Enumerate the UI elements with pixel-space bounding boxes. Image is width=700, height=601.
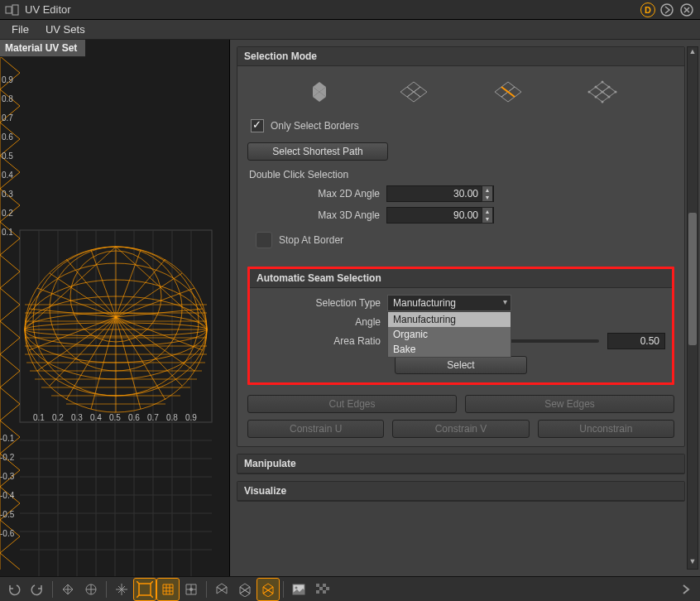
main-split: Material UV Set: [0, 40, 700, 576]
svg-marker-101: [508, 87, 521, 97]
svg-line-43: [91, 250, 116, 317]
svg-text:0.1: 0.1: [33, 413, 45, 422]
max-3d-angle-label: Max 3D Angle: [256, 209, 386, 221]
svg-text:0.5: 0.5: [109, 413, 121, 422]
svg-point-114: [608, 96, 611, 99]
close-button[interactable]: [678, 2, 695, 18]
svg-marker-104: [589, 87, 602, 97]
svg-marker-96: [400, 87, 414, 97]
undo-icon[interactable]: [3, 579, 25, 600]
mode-vertex-icon[interactable]: [586, 79, 619, 104]
svg-marker-106: [596, 92, 609, 102]
max-3d-angle-input[interactable]: [386, 207, 494, 224]
mesh-a-icon[interactable]: [211, 579, 233, 600]
forward-button[interactable]: [659, 2, 675, 18]
manipulate-header[interactable]: Manipulate: [237, 454, 684, 474]
svg-text:0.5: 0.5: [2, 151, 13, 161]
svg-point-107: [602, 81, 604, 84]
svg-marker-126: [263, 584, 273, 590]
svg-rect-1: [12, 5, 18, 15]
selection-mode-header[interactable]: Selection Mode: [237, 47, 684, 66]
area-ratio-value[interactable]: [607, 333, 665, 349]
stop-at-border-label: Stop At Border: [279, 234, 343, 246]
constrain-v-button[interactable]: Constrain V: [392, 420, 529, 438]
double-click-heading: Double Click Selection: [249, 169, 674, 180]
scroll-up-icon[interactable]: ▲: [688, 47, 698, 59]
svg-rect-133: [323, 584, 326, 587]
svg-text:0.3: 0.3: [2, 190, 13, 199]
selection-type-combo[interactable]: Manufacturing Manufacturing Organic Bake: [387, 295, 511, 311]
redo-icon[interactable]: [26, 579, 48, 600]
max-2d-angle-spinner[interactable]: ▲▼: [482, 185, 493, 202]
svg-text:0.6: 0.6: [2, 132, 13, 142]
grid-icon[interactable]: [157, 579, 179, 600]
expand-right-icon[interactable]: [675, 579, 697, 600]
scroll-thumb[interactable]: [688, 213, 697, 345]
option-bake[interactable]: Bake: [388, 342, 511, 357]
section-visualize: Visualize: [237, 481, 685, 502]
section-selection-mode: Selection Mode: [237, 46, 685, 447]
relax-icon[interactable]: [80, 579, 102, 600]
section-manipulate: Manipulate: [237, 454, 685, 474]
panel-scrollbar[interactable]: ▲ ▼: [687, 46, 698, 570]
uv-viewport[interactable]: 0.90.80.7 0.60.50.4 0.30.20.1 -0.1-0.2-0…: [0, 40, 230, 576]
svg-point-118: [189, 588, 193, 591]
mode-wireframe-icon[interactable]: [397, 79, 430, 104]
checker-icon[interactable]: [311, 579, 333, 600]
mesh-b-icon[interactable]: [234, 579, 256, 600]
mode-face-icon[interactable]: [303, 79, 336, 104]
svg-text:-0.1: -0.1: [0, 434, 15, 443]
mode-edge-icon[interactable]: [491, 79, 525, 104]
selection-type-value[interactable]: Manufacturing: [387, 295, 511, 311]
selection-type-label: Selection Type: [257, 297, 387, 309]
svg-marker-129: [263, 590, 273, 597]
svg-text:0.7: 0.7: [2, 113, 13, 123]
svg-marker-98: [407, 92, 420, 102]
svg-point-109: [608, 86, 611, 89]
only-select-borders-checkbox[interactable]: [251, 119, 264, 132]
constrain-u-button[interactable]: Constrain U: [247, 420, 384, 438]
max-3d-angle-spinner[interactable]: ▲▼: [482, 207, 493, 224]
svg-text:0.3: 0.3: [71, 413, 83, 422]
svg-line-39: [66, 259, 116, 317]
scroll-down-icon[interactable]: ▼: [688, 557, 698, 569]
option-manufacturing[interactable]: Manufacturing: [388, 312, 511, 327]
svg-marker-119: [217, 584, 227, 590]
svg-text:0.1: 0.1: [2, 228, 13, 237]
svg-text:-0.5: -0.5: [0, 510, 15, 519]
auto-seam-select-button[interactable]: Select: [395, 356, 527, 374]
menu-uvsets[interactable]: UV Sets: [37, 21, 93, 38]
grid-snap-icon[interactable]: [180, 579, 202, 600]
cut-edges-button[interactable]: Cut Edges: [247, 395, 457, 413]
area-ratio-label: Area Ratio: [257, 335, 387, 347]
automatic-seam-highlight: Automatic Seam Selection Selection Type …: [247, 267, 674, 385]
option-organic[interactable]: Organic: [388, 327, 511, 342]
snap-icon[interactable]: [111, 579, 132, 600]
frame-selected-icon[interactable]: [134, 579, 156, 600]
svg-rect-136: [316, 590, 319, 594]
window-title: UV Editor: [25, 3, 637, 16]
svg-point-111: [602, 91, 604, 94]
svg-marker-105: [602, 87, 616, 97]
svg-marker-100: [495, 87, 508, 97]
image-icon[interactable]: [288, 579, 309, 600]
material-uvset-tab[interactable]: Material UV Set: [0, 40, 85, 57]
dock-button[interactable]: D: [640, 2, 655, 17]
unconstrain-button[interactable]: Unconstrain: [538, 420, 674, 438]
max-2d-angle-input[interactable]: [386, 185, 494, 202]
svg-point-131: [295, 586, 298, 589]
unwrap-icon[interactable]: [57, 579, 79, 600]
visualize-header[interactable]: Visualize: [237, 482, 684, 501]
uv-viewport-pane: Material UV Set: [0, 40, 230, 576]
svg-point-2: [661, 4, 673, 16]
select-shortest-path-button[interactable]: Select Shortest Path: [247, 142, 388, 161]
svg-text:0.9: 0.9: [2, 75, 13, 84]
sew-edges-button[interactable]: Sew Edges: [465, 395, 674, 413]
stop-at-border-checkbox[interactable]: [256, 232, 272, 248]
svg-marker-99: [501, 82, 515, 92]
menubar: File UV Sets: [0, 20, 700, 40]
mesh-c-icon[interactable]: [257, 579, 279, 600]
svg-text:0.8: 0.8: [2, 94, 13, 103]
properties-pane: Selection Mode: [230, 40, 700, 576]
menu-file[interactable]: File: [3, 21, 37, 38]
